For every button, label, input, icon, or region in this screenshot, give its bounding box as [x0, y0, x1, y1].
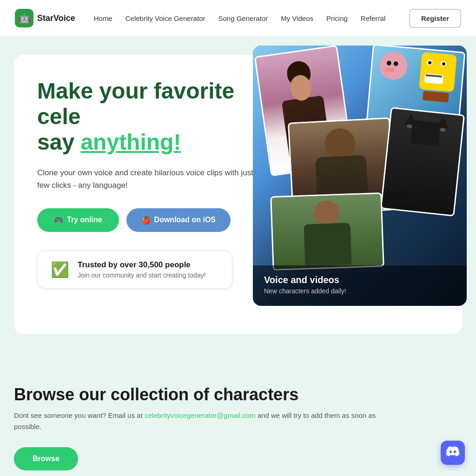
- nav-links: Home Celebrity Voice Generator Song Gene…: [94, 14, 409, 22]
- trust-sub: Join our community and start creating to…: [78, 271, 205, 279]
- hero-title: Make your favorite celesay anything!: [37, 78, 279, 155]
- try-online-button[interactable]: 🎮 Try online: [37, 208, 119, 232]
- nav-celebrity-voice[interactable]: Celebrity Voice Generator: [126, 14, 205, 22]
- discord-icon: [446, 446, 459, 459]
- hero-buttons: 🎮 Try online 🍎 Download on iOS: [37, 208, 279, 232]
- game-controller-icon: 🎮: [54, 216, 63, 225]
- celebrity-batman-tile: [380, 107, 465, 217]
- checkmark-icon: ✅: [51, 261, 69, 278]
- browse-section: Browse our collection of characters Dont…: [0, 357, 476, 476]
- trust-title: Trusted by over 30,500 people: [78, 260, 205, 270]
- register-button[interactable]: Register: [409, 9, 461, 28]
- nav-song-generator[interactable]: Song Generator: [218, 14, 268, 22]
- celebrity-bottom-tile: [270, 192, 384, 271]
- browse-subtitle: Dont see someone you want? Email us at c…: [14, 410, 386, 432]
- nav-referral[interactable]: Referral: [361, 14, 385, 22]
- browse-subtitle-text: Dont see someone you want? Email us at: [14, 411, 145, 419]
- navbar: 🤖 StarVoice Home Celebrity Voice Generat…: [0, 0, 476, 36]
- logo-text: StarVoice: [37, 13, 75, 23]
- discord-widget[interactable]: [441, 441, 465, 465]
- logo[interactable]: 🤖 StarVoice: [15, 9, 75, 27]
- collage-label-sub: New characters added daily!: [264, 287, 456, 295]
- nav-home[interactable]: Home: [94, 14, 112, 22]
- collage-area: Voice and videos New characters added da…: [253, 46, 467, 306]
- trust-info: Trusted by over 30,500 people Join our c…: [78, 260, 205, 279]
- collage-label: Voice and videos New characters added da…: [253, 265, 467, 306]
- browse-title: Browse our collection of characters: [14, 385, 462, 404]
- hero-content: Make your favorite celesay anything! Clo…: [37, 78, 279, 289]
- hero-subtitle: Clone your own voice and create hilariou…: [37, 166, 260, 192]
- hero-section: Make your favorite celesay anything! Clo…: [0, 36, 476, 357]
- collage-label-title: Voice and videos: [264, 275, 456, 285]
- collage-container: Voice and videos New characters added da…: [253, 46, 467, 306]
- nav-my-videos[interactable]: My Videos: [281, 14, 313, 22]
- browse-button[interactable]: Browse: [14, 447, 78, 470]
- apple-icon: 🍎: [141, 216, 151, 225]
- download-ios-button[interactable]: 🍎 Download on iOS: [126, 208, 231, 232]
- browse-email-link[interactable]: celebrityvoicegenerator@gmail.com: [145, 411, 256, 419]
- trust-badge: ✅ Trusted by over 30,500 people Join our…: [37, 251, 232, 289]
- hero-card: Make your favorite celesay anything! Clo…: [14, 55, 462, 334]
- logo-icon: 🤖: [15, 9, 33, 27]
- nav-pricing[interactable]: Pricing: [326, 14, 348, 22]
- try-online-label: Try online: [67, 216, 102, 224]
- download-ios-label: Download on iOS: [154, 216, 216, 224]
